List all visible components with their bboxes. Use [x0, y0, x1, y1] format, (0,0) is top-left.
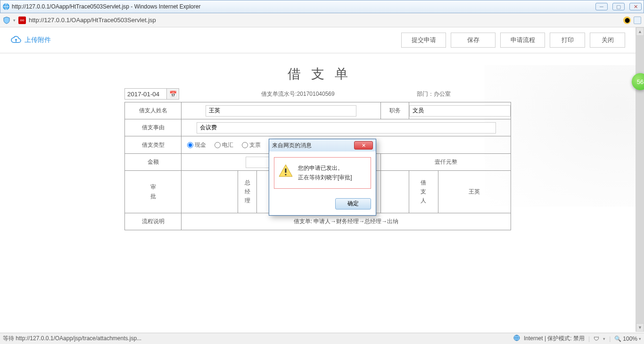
dropdown-arrow-icon[interactable]: ▾: [13, 18, 16, 23]
flow-text: 借支单: 申请人→财务经理→总经理→出纳: [182, 213, 511, 230]
approve-label: 审批: [125, 171, 182, 213]
svg-point-2: [285, 174, 286, 175]
address-bar: ▾ oo http://127.0.0.1/OAapp/HtTrace0503S…: [0, 13, 644, 27]
dialog-close-button[interactable]: ✕: [354, 141, 373, 150]
window-maximize-button[interactable]: ▢: [612, 3, 625, 10]
name-input[interactable]: [206, 105, 356, 117]
type-label: 借支类型: [125, 136, 182, 154]
refresh-button[interactable]: [634, 17, 641, 24]
type-cash-radio[interactable]: 现金: [187, 141, 206, 149]
mid-cell: [381, 171, 409, 213]
flow-button[interactable]: 申请流程: [500, 33, 545, 48]
serial-value: 201701040569: [297, 91, 335, 97]
save-button[interactable]: 保存: [451, 33, 495, 48]
date-input[interactable]: [124, 88, 167, 100]
scroll-up-arrow-icon[interactable]: ▲: [636, 27, 644, 36]
zoom-dropdown-icon[interactable]: ▾: [639, 336, 641, 341]
upload-label: 上传附件: [25, 36, 51, 44]
date-picker-button[interactable]: 📅: [167, 88, 179, 100]
zoom-value: 100%: [623, 336, 637, 342]
cloud-upload-icon: [10, 36, 22, 44]
window-close-button[interactable]: ✕: [629, 3, 642, 10]
dialog-line2: 正在等待刘晓宇[审批]: [298, 173, 352, 182]
zoom-icon[interactable]: 🔍: [614, 336, 621, 342]
reason-input[interactable]: [197, 122, 496, 134]
serial-label: 借支单流水号:: [261, 91, 297, 97]
dept-label: 部门：: [417, 91, 434, 97]
page-toolbar: 上传附件 提交申请 保存 申请流程 打印 关闭: [0, 27, 636, 53]
protected-mode-icon[interactable]: 🛡: [594, 336, 599, 342]
amount-cn: 壹仟元整: [381, 154, 511, 171]
dialog-line1: 您的申请已发出。: [298, 163, 352, 173]
borrower-label: 借支人: [409, 171, 438, 213]
dialog-title: 来自网页的消息: [272, 142, 312, 150]
reason-label: 借支事由: [125, 119, 182, 136]
window-title: http://127.0.0.1/OAapp/HtTrace0503Servle…: [12, 3, 200, 10]
position-label: 职务: [381, 102, 409, 119]
amount-label: 金额: [125, 154, 182, 171]
approve-cell-1: [182, 171, 238, 213]
svg-rect-1: [285, 168, 287, 173]
calendar-icon: 📅: [169, 91, 177, 98]
type-wire-radio[interactable]: 电汇: [215, 141, 233, 149]
alert-dialog: 来自网页的消息 ✕ 您的申请已发出。 正在等待刘晓宇[审批] 确定: [269, 139, 376, 216]
ie-logo-icon: [2, 3, 10, 10]
warning-icon: [278, 163, 293, 178]
dept-value: 办公室: [434, 91, 451, 97]
upload-attachment-button[interactable]: 上传附件: [10, 36, 51, 44]
status-zone: Internet | 保护模式: 禁用: [524, 335, 585, 343]
url-text[interactable]: http://127.0.0.1/OAapp/HtTrace0503Servle…: [29, 17, 620, 24]
submit-button[interactable]: 提交申请: [401, 33, 446, 48]
status-left: 等待 http://127.0.0.1/OAapp/jsp/trace/atta…: [3, 335, 513, 343]
window-titlebar: http://127.0.0.1/OAapp/HtTrace0503Servle…: [0, 0, 644, 13]
close-button[interactable]: 关闭: [590, 33, 625, 48]
gm-label: 总经理: [238, 171, 257, 213]
globe-icon: [513, 335, 520, 343]
borrower-value: 王英: [438, 171, 511, 213]
window-minimize-button[interactable]: ─: [595, 3, 608, 10]
dialog-ok-button[interactable]: 确定: [335, 198, 371, 210]
form-title: 借支单: [124, 58, 511, 88]
print-button[interactable]: 打印: [550, 33, 585, 48]
scroll-down-arrow-icon[interactable]: ▼: [636, 323, 644, 332]
position-input[interactable]: [409, 105, 511, 117]
security-warning-icon[interactable]: ⬤: [623, 17, 631, 24]
type-check-radio[interactable]: 支票: [242, 141, 261, 149]
name-label: 借支人姓名: [125, 102, 182, 119]
site-favicon-icon: oo: [18, 17, 26, 24]
flow-label: 流程说明: [125, 213, 182, 230]
status-bar: 等待 http://127.0.0.1/OAapp/jsp/trace/atta…: [0, 333, 644, 344]
security-shield-icon[interactable]: [3, 17, 10, 24]
status-dropdown-icon[interactable]: ▾: [603, 336, 605, 341]
